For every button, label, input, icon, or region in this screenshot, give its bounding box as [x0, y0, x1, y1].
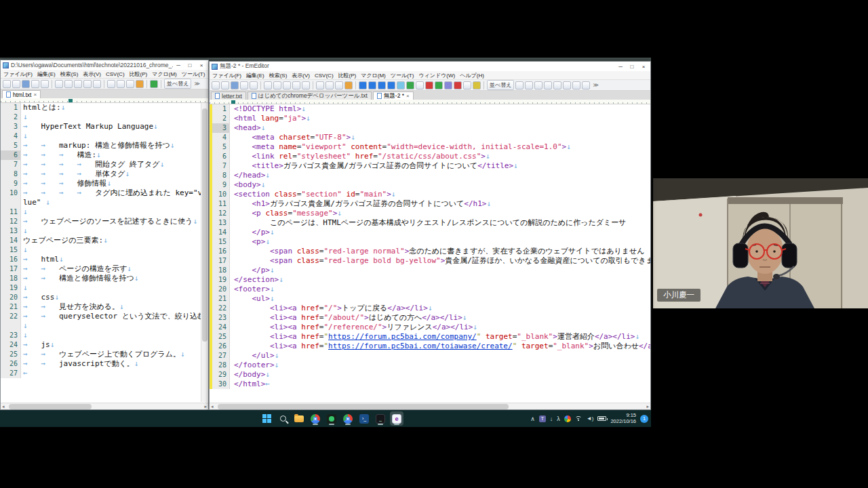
editor-line[interactable]: 26→ → javascriptで動く。↓ — [1, 359, 208, 369]
editor-line[interactable]: 8</head>↓ — [210, 171, 650, 180]
find-icon[interactable] — [316, 81, 324, 89]
scroll-thumb[interactable] — [9, 404, 92, 409]
left-menu-item-6[interactable]: マクロ(M) — [152, 70, 177, 78]
editor-line[interactable]: 30</html>← — [210, 380, 650, 389]
open-file-icon[interactable] — [12, 80, 20, 88]
left-menu-item-5[interactable]: 比較(P) — [130, 70, 148, 78]
editor-line[interactable]: 19↓ — [1, 283, 208, 293]
csv-convert-icon[interactable] — [387, 81, 395, 89]
right-menu-item-6[interactable]: マクロ(M) — [361, 72, 386, 79]
left-minimize-button[interactable]: ─ — [173, 62, 184, 69]
pause-icon[interactable] — [454, 81, 462, 89]
print-preview-icon[interactable] — [41, 80, 49, 88]
right-menu-item-0[interactable]: ファイル(F) — [212, 72, 241, 79]
left-menu-item-1[interactable]: 編集(E) — [37, 70, 56, 78]
editor-line[interactable]: 22 <li><a href="/">トップに戻る</a></li>↓ — [210, 304, 650, 313]
editor-line[interactable]: 10→ → → → タグ内に埋め込まれた key="value" ↓ — [1, 188, 208, 207]
powershell-icon[interactable]: ›_ — [357, 411, 371, 426]
open-file-icon[interactable] — [221, 81, 229, 89]
csv-tsv-icon[interactable] — [368, 81, 376, 89]
step-icon[interactable] — [463, 81, 471, 89]
chrome-profile-icon[interactable] — [341, 411, 355, 426]
tab-close-icon[interactable]: × — [406, 93, 410, 99]
editor-line[interactable]: 27 </ul>↓ — [210, 351, 650, 361]
battery-icon[interactable] — [597, 416, 606, 421]
editor-line[interactable]: 2<html lang="ja">↓ — [210, 114, 650, 123]
editor-line[interactable]: 14 </p>↓ — [210, 228, 650, 237]
chrome-icon[interactable] — [309, 411, 322, 426]
editor-line[interactable]: 26 <li><a href="https://forum.pc5bai.com… — [210, 342, 650, 351]
editor-line[interactable]: 18 </p>↓ — [210, 266, 650, 275]
editor-line[interactable]: 14ウェブページの三要素:↓ — [1, 236, 208, 245]
new-file-icon[interactable] — [212, 81, 220, 89]
left-menu-item-2[interactable]: 検索(S) — [60, 70, 79, 78]
editor-line[interactable]: 16→ html↓ — [1, 255, 208, 264]
right-text-area[interactable]: 1<!DOCTYPE html>↓2<html lang="ja">↓3<hea… — [210, 104, 650, 403]
left-horizontal-scrollbar[interactable]: ◂ ▸ — [1, 403, 208, 409]
print-icon[interactable] — [31, 80, 39, 88]
scroll-right-arrow-icon[interactable]: ▸ — [646, 403, 649, 410]
right-menu-item-1[interactable]: 編集(E) — [246, 72, 264, 79]
editor-line[interactable]: 9→ → → 修飾情報↓ — [1, 179, 208, 188]
download-icon[interactable]: ↓ — [550, 415, 553, 422]
editor-line[interactable]: 18→ → 構造と修飾情報を持つ↓ — [1, 274, 208, 283]
left-text-area[interactable]: 1htmlとは:↓2↓3→ HyperText Markup Language↓… — [1, 103, 208, 403]
editor-line[interactable]: 4↓ — [1, 131, 208, 141]
right-tab-2[interactable]: 無題-2 *× — [373, 92, 414, 100]
right-maximize-button[interactable]: □ — [627, 63, 637, 70]
editor-line[interactable]: 27← — [1, 369, 208, 378]
undo-icon[interactable] — [292, 81, 300, 89]
left-close-button[interactable]: × — [196, 62, 207, 69]
redo-icon[interactable] — [93, 80, 101, 88]
editor-line[interactable]: 9<body>↓ — [210, 180, 650, 190]
left-menu-item-4[interactable]: CSV(C) — [106, 71, 125, 77]
left-titlebar[interactable]: D:\Users\ogawa\Documents\html\technote\2… — [1, 60, 208, 70]
filter-icon[interactable] — [344, 81, 353, 89]
save-icon[interactable] — [22, 80, 30, 88]
redo-icon[interactable] — [302, 81, 310, 89]
right-menu-item-7[interactable]: ツール(T) — [391, 72, 414, 79]
paste-icon[interactable] — [283, 81, 291, 89]
editor-line[interactable]: 25 <li><a href="https://forum.pc5bai.com… — [210, 332, 650, 342]
pen-icon[interactable] — [473, 81, 481, 89]
terminal-icon[interactable]: _ — [374, 411, 387, 426]
left-vertical-scrollbar[interactable] — [201, 103, 208, 402]
editor-line[interactable]: 5 <meta name="viewport" content="width=d… — [210, 142, 650, 152]
scroll-left-arrow-icon[interactable]: ◂ — [2, 403, 5, 410]
editor-line[interactable]: 29</body>↓ — [210, 370, 650, 380]
editor-line[interactable]: 11↓ — [1, 207, 208, 217]
marks-icon[interactable] — [406, 81, 414, 89]
copy-icon[interactable] — [273, 81, 281, 89]
editor-line[interactable]: 3→ HyperText Markup Language↓ — [1, 122, 208, 131]
tray-chevron-icon[interactable]: ∧ — [530, 415, 535, 422]
paste-icon[interactable] — [74, 80, 82, 88]
left-menu-item-7[interactable]: ツール(T) — [182, 70, 205, 78]
editor-line[interactable]: 7→ → → → 開始タグ 終了タグ↓ — [1, 160, 208, 169]
left-sort-button[interactable]: 並べ替え — [164, 79, 191, 89]
tab-close-icon[interactable]: × — [33, 92, 37, 98]
macro-list-icon[interactable] — [444, 81, 452, 89]
find-in-files-icon[interactable] — [335, 81, 343, 89]
editor-line[interactable]: 6 <link rel="stylesheet" href="/static/c… — [210, 152, 650, 161]
teams-icon[interactable]: T — [539, 415, 546, 422]
editor-line[interactable]: 22→ → queryselector という文法で、絞り込む↓ — [1, 312, 208, 331]
capture-app-icon[interactable] — [325, 411, 338, 426]
left-menu-item-3[interactable]: 表示(V) — [83, 70, 101, 78]
editor-line[interactable]: 3<head>↓ — [210, 123, 650, 133]
editor-line[interactable]: 13 このページは、HTMLページの基本構成やリクエスト/レスポンスについての解… — [210, 218, 650, 228]
start-icon[interactable] — [260, 411, 273, 426]
lambda-icon[interactable]: λ — [557, 415, 560, 422]
right-menu-item-2[interactable]: 検索(S) — [269, 72, 288, 79]
save-icon[interactable] — [231, 81, 239, 89]
macro-record-icon[interactable] — [425, 81, 433, 89]
right-close-button[interactable]: × — [638, 63, 649, 70]
undo-icon[interactable] — [83, 80, 92, 88]
editor-line[interactable]: 20→ css↓ — [1, 293, 208, 302]
split-icon[interactable] — [553, 81, 561, 89]
cut-icon[interactable] — [264, 81, 272, 89]
print-icon[interactable] — [240, 81, 248, 89]
editor-line[interactable]: 16 <span class="red-large normal">念のために書… — [210, 247, 650, 256]
editor-line[interactable]: 11 <h1>ガラパゴス貴金属/ガラパゴス証券の合同サイトについて</h1>↓ — [210, 199, 650, 209]
editor-line[interactable]: 19</section>↓ — [210, 275, 650, 285]
right-sort-button[interactable]: 並べ替え — [487, 80, 514, 90]
